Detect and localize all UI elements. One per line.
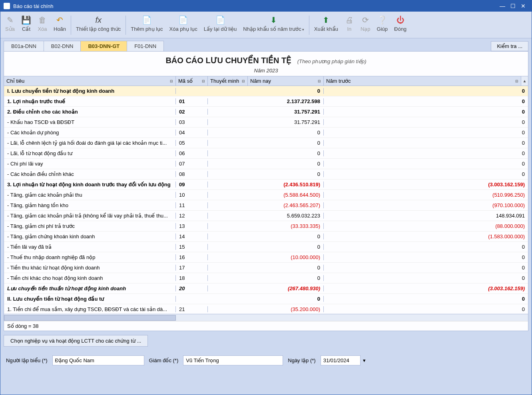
delete-icon: 🗑 (38, 15, 46, 25)
undo-button[interactable]: ↶Hoãn (50, 14, 69, 33)
cell-prev-year: 0 (324, 296, 528, 302)
select-transactions-button[interactable]: Chọn nghiệp vụ và hoạt động LCTT cho các… (4, 335, 148, 347)
delete-button[interactable]: 🗑Xóa (34, 14, 50, 33)
cell-prev-year: (3.003.162.159) (324, 182, 528, 188)
cell-prev-year: 0 (324, 119, 528, 125)
export-button[interactable]: ⬆Xuất khẩu (311, 14, 341, 33)
cell-name: 1. Tiền chi để mua sắm, xây dựng TSCĐ, B… (4, 306, 176, 312)
col-ma-so[interactable]: Mã số⊟ (176, 76, 208, 86)
table-row[interactable]: - Tiền lãi vay đã trả1500 (4, 242, 528, 252)
minimize-button[interactable]: — (497, 3, 508, 9)
cell-prev-year: 0 (324, 88, 528, 94)
pin-icon: ⊟ (170, 79, 173, 83)
table-row[interactable]: II. Lưu chuyển tiền từ hoạt động đầu tư0… (4, 294, 528, 304)
add-appendix-button[interactable]: 📄Thêm phụ lục (128, 14, 166, 33)
table-row[interactable]: Lưu chuyển tiền thuần từ hoạt động kinh … (4, 283, 528, 294)
close-window-button[interactable]: ✕ (518, 3, 528, 9)
cell-name: - Tăng, giảm các khoản phải thu (4, 192, 176, 198)
delete-appendix-button[interactable]: 📄Xóa phụ lục (166, 14, 201, 33)
cell-prev-year: (88.000.000) (324, 223, 528, 229)
table-row[interactable]: - Tăng, giảm chứng khoán kinh doanh140(1… (4, 231, 528, 242)
cell-code: 07 (176, 161, 208, 167)
cell-prev-year: 0 (324, 130, 528, 136)
save-icon: 💾 (21, 15, 31, 25)
help-button[interactable]: ❔Giúp (374, 14, 391, 33)
cell-code: 03 (176, 119, 208, 125)
refresh-button[interactable]: ⟳Nạp (357, 14, 374, 33)
cell-current-year: 0 (248, 150, 324, 156)
table-row[interactable]: - Khấu hao TSCĐ và BĐSĐT0331.757.2910 (4, 117, 528, 128)
cell-name: - Các khoản điều chỉnh khác (4, 171, 176, 177)
col-thuyet-minh[interactable]: Thuyết minh⊟ (208, 76, 248, 86)
import-prev-year-button[interactable]: ⬇Nhập khẩu số năm trước▾ (240, 14, 307, 33)
save-button[interactable]: 💾Cất (18, 14, 34, 33)
formula-button[interactable]: fxThiết lập công thức (73, 14, 124, 33)
grid-header: Chỉ tiêu⊟ Mã số⊟ Thuyết minh⊟ Năm nay⊟ N… (4, 76, 528, 86)
cell-prev-year: 0 (324, 254, 528, 260)
table-row[interactable]: - Lãi, lỗ chênh lệch tỷ giá hối đoái do … (4, 138, 528, 148)
cell-name: - Các khoản dự phòng (4, 130, 176, 136)
table-row[interactable]: I. Lưu chuyển tiền từ hoạt động kinh doa… (4, 86, 528, 96)
cell-name: II. Lưu chuyển tiền từ hoạt động đầu tư (4, 296, 176, 302)
tab-b03-dnn-gt[interactable]: B03-DNN-GT (80, 41, 127, 51)
table-row[interactable]: - Các khoản dự phòng0400 (4, 128, 528, 138)
table-row[interactable]: - Lãi, lỗ từ hoạt động đầu tư0600 (4, 148, 528, 159)
date-label: Ngày lập (*) (288, 357, 315, 363)
pin-icon: ⊟ (242, 79, 245, 83)
edit-button[interactable]: ✎Sửa (2, 14, 18, 33)
cell-current-year: 0 (248, 161, 324, 167)
tab-b01a-dnn[interactable]: B01a-DNN (4, 41, 44, 51)
cell-current-year: 0 (248, 171, 324, 177)
cell-name: - Tăng, giảm chi phí trả trước (4, 223, 176, 229)
cell-current-year: 31.757.291 (248, 119, 324, 125)
tab-f01-dnn[interactable]: F01-DNN (127, 41, 164, 51)
cell-prev-year: (970.100.000) (324, 202, 528, 208)
cell-prev-year: 0 (324, 109, 528, 115)
scrollbar-thumb[interactable] (4, 315, 176, 321)
director-input[interactable] (183, 355, 283, 365)
horizontal-scrollbar[interactable] (4, 314, 528, 321)
table-row[interactable]: - Tăng, giảm các khoản phải thu10(5.588.… (4, 190, 528, 200)
maximize-button[interactable]: ☐ (508, 3, 518, 9)
cell-code: 18 (176, 275, 208, 281)
cell-current-year: 2.137.272.598 (248, 98, 324, 104)
cell-name: - Chi phí lãi vay (4, 161, 176, 167)
power-icon: ⏻ (397, 15, 404, 25)
scroll-up-button[interactable]: ▲ (521, 76, 528, 86)
grid-body[interactable]: I. Lưu chuyển tiền từ hoạt động kinh doa… (4, 86, 528, 314)
table-row[interactable]: - Thuế thu nhập doanh nghiệp đã nộp16(10… (4, 252, 528, 263)
col-nam-nay[interactable]: Năm nay⊟ (248, 76, 324, 86)
table-row[interactable]: 1. Tiền chi để mua sắm, xây dựng TSCĐ, B… (4, 304, 528, 314)
table-row[interactable]: 3. Lợi nhuận từ hoạt động kinh doanh trư… (4, 180, 528, 190)
table-row[interactable]: - Chi phí lãi vay0700 (4, 159, 528, 169)
reload-data-button[interactable]: 📄Lấy lại dữ liệu (201, 14, 240, 33)
col-chi-tieu[interactable]: Chỉ tiêu⊟ (4, 76, 176, 86)
cell-code: 14 (176, 233, 208, 239)
close-button[interactable]: ⏻Đóng (391, 14, 410, 33)
pin-icon: ⊟ (515, 79, 518, 83)
table-row[interactable]: 2. Điều chỉnh cho các khoản0231.757.2910 (4, 107, 528, 117)
table-row[interactable]: - Tăng, giảm chi phí trả trước13(33.333.… (4, 221, 528, 231)
tab-b02-dnn[interactable]: B02-DNN (44, 41, 81, 51)
table-row[interactable]: 1. Lợi nhuận trước thuế012.137.272.5980 (4, 96, 528, 107)
date-input[interactable] (321, 355, 361, 365)
table-row[interactable]: - Tiền chi khác cho hoạt động kinh doanh… (4, 273, 528, 283)
check-button[interactable]: Kiểm tra ... (491, 41, 528, 51)
date-dropdown-icon[interactable]: ▾ (361, 357, 368, 363)
print-button[interactable]: 🖨In (341, 14, 357, 33)
cell-code: 12 (176, 213, 208, 219)
pin-icon: ⊟ (202, 79, 205, 83)
pencil-icon: ✎ (7, 15, 14, 25)
preparer-input[interactable] (52, 355, 144, 365)
col-nam-truoc[interactable]: Năm trước⊟ (324, 76, 521, 86)
cell-prev-year: 0 (324, 275, 528, 281)
table-row[interactable]: - Tiền thu khác từ hoạt động kinh doanh1… (4, 263, 528, 273)
cell-prev-year: 0 (324, 244, 528, 250)
cell-prev-year: 148.934.091 (324, 213, 528, 219)
table-row[interactable]: - Các khoản điều chỉnh khác0800 (4, 169, 528, 180)
cell-prev-year: 0 (324, 150, 528, 156)
toolbar: ✎Sửa 💾Cất 🗑Xóa ↶Hoãn fxThiết lập công th… (0, 12, 532, 38)
reload-icon: ⟳ (362, 15, 369, 25)
table-row[interactable]: - Tăng, giảm hàng tồn kho11(2.463.565.20… (4, 200, 528, 211)
table-row[interactable]: - Tăng, giảm các khoản phải trả (không k… (4, 211, 528, 221)
